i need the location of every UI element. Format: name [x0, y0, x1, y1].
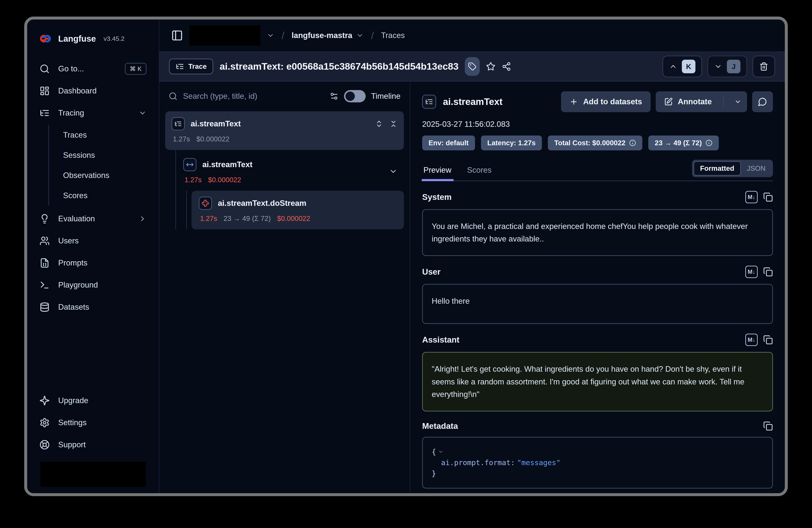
sidebar-item-traces[interactable]: Traces — [49, 125, 151, 145]
tab-preview[interactable]: Preview — [422, 166, 453, 181]
tree-node-root[interactable]: ai.streamText 1.27s $0.000022 — [165, 111, 404, 150]
markdown-toggle-icon[interactable]: M↓ — [745, 266, 758, 278]
sidebar-item-upgrade[interactable]: Upgrade — [34, 389, 151, 412]
markdown-toggle-icon[interactable]: M↓ — [745, 334, 758, 346]
tree-node-dostream[interactable]: ai.streamText.doStream 1.27s 23 → 49 (Σ … — [191, 191, 404, 229]
chevron-down-icon[interactable] — [389, 167, 397, 176]
list-tree-icon — [425, 98, 433, 106]
copy-icon — [763, 335, 773, 345]
sidebar-item-sessions[interactable]: Sessions — [49, 145, 151, 165]
sidebar-item-scores[interactable]: Scores — [49, 185, 151, 205]
trace-node-badge — [172, 117, 185, 130]
settings-label: Settings — [58, 418, 87, 427]
json-toggle-option[interactable]: JSON — [741, 162, 771, 175]
playground-label: Playground — [58, 281, 98, 289]
sidebar-item-evaluation[interactable]: Evaluation — [34, 208, 151, 230]
json-collapse-icon[interactable] — [438, 449, 444, 455]
move-horizontal-icon — [186, 161, 194, 168]
life-buoy-icon — [40, 440, 50, 450]
users-icon — [40, 236, 50, 246]
copy-button[interactable] — [763, 192, 773, 202]
timeline-toggle[interactable] — [344, 90, 366, 102]
detail-actions: Add to datasets Annotate — [561, 91, 773, 112]
sidebar-toggle-icon[interactable] — [171, 29, 183, 41]
annotate-main[interactable]: Annotate — [656, 91, 718, 112]
star-button[interactable] — [486, 62, 495, 71]
comment-bubble-icon — [758, 97, 767, 106]
collapse-all-icon[interactable] — [389, 120, 397, 128]
sidebar-item-prompts[interactable]: Prompts — [34, 252, 151, 274]
info-icon[interactable] — [706, 140, 712, 146]
toggle-knob — [346, 91, 355, 101]
tag-icon — [468, 62, 477, 71]
sidebar-footer: Upgrade Settings Support — [27, 387, 159, 493]
dashboard-label: Dashboard — [58, 86, 97, 95]
sidebar-item-tracing[interactable]: Tracing — [34, 102, 151, 124]
kbd-j-chip: J — [727, 60, 740, 73]
sidebar-item-playground[interactable]: Playground — [34, 274, 151, 296]
user-section: User M↓ Hello there — [422, 266, 773, 324]
breadcrumb-project[interactable]: langfuse-mastra — [292, 31, 364, 40]
sidebar-item-datasets[interactable]: Datasets — [34, 296, 151, 318]
share-button[interactable] — [502, 62, 511, 71]
tab-scores[interactable]: Scores — [466, 166, 493, 181]
tree-node-streamtext[interactable]: ai.streamText 1.27s $0.000022 — [176, 152, 404, 191]
observation-tree-panel: Search (type, title, id) Timeline ai.str… — [159, 82, 410, 493]
prev-trace-button[interactable]: K — [663, 56, 702, 77]
json-key: ai.prompt.format: — [432, 457, 515, 468]
tracing-sub-list: Traces Sessions Observations Scores — [48, 125, 151, 205]
annotate-dropdown[interactable] — [729, 91, 747, 112]
breadcrumb-separator: / — [370, 30, 375, 41]
redacted-org-name[interactable] — [189, 25, 260, 46]
trace-badge-label: Trace — [188, 62, 207, 71]
tag-button[interactable] — [465, 57, 480, 76]
node-cost: $0.000022 — [197, 135, 230, 143]
sidebar-item-dashboard[interactable]: Dashboard — [34, 80, 151, 102]
chevron-down-icon[interactable] — [267, 32, 274, 39]
breadcrumb-separator: / — [281, 30, 285, 41]
tree-node-title: ai.streamText.doStream — [218, 199, 397, 208]
node-latency: 1.27s — [200, 215, 217, 223]
copy-button[interactable] — [763, 267, 773, 277]
add-to-datasets-button[interactable]: Add to datasets — [561, 91, 651, 112]
main-area: / langfuse-mastra / Traces Trace ai.stre… — [159, 19, 785, 493]
metadata-json: { ai.prompt.format: "messages" } — [422, 437, 773, 488]
info-icon[interactable] — [629, 140, 636, 146]
annotate-button[interactable]: Annotate — [656, 91, 747, 112]
comment-button[interactable] — [752, 91, 773, 112]
plus-icon — [569, 98, 578, 106]
markdown-toggle-icon[interactable]: M↓ — [745, 191, 758, 203]
copy-button[interactable] — [763, 335, 773, 345]
delete-trace-button[interactable] — [753, 56, 775, 77]
terminal-icon — [40, 280, 50, 290]
langfuse-logo-icon — [39, 32, 52, 45]
users-label: Users — [58, 237, 79, 245]
chevron-right-icon — [139, 215, 146, 223]
cost-badge-label: Total Cost: $0.000022 — [554, 139, 625, 147]
format-toggle: Formatted JSON — [692, 160, 773, 177]
sidebar-item-settings[interactable]: Settings — [34, 412, 151, 434]
upgrade-label: Upgrade — [58, 396, 88, 405]
system-section: System M↓ You are Michel, a practical an… — [422, 191, 773, 256]
tree-search-input[interactable]: Search (type, title, id) — [183, 92, 324, 101]
gear-icon — [40, 417, 50, 428]
detail-tabs: Preview Scores Formatted JSON — [422, 160, 773, 181]
annotate-label: Annotate — [678, 97, 712, 106]
sidebar-item-goto[interactable]: Go to... ⌘ K — [34, 58, 151, 80]
sidebar-item-observations[interactable]: Observations — [49, 165, 151, 185]
next-trace-button[interactable]: J — [708, 56, 747, 77]
node-tokens: 23 → 49 (Σ 72) — [223, 215, 271, 223]
tracing-label: Tracing — [58, 109, 84, 117]
copy-button[interactable] — [763, 421, 773, 431]
logo-row: Langfuse v3.45.2 — [27, 19, 159, 55]
kbd-k-chip: K — [682, 60, 695, 73]
cost-badge: Total Cost: $0.000022 — [548, 135, 642, 151]
expand-all-icon[interactable] — [375, 120, 383, 128]
formatted-toggle-option[interactable]: Formatted — [694, 161, 741, 176]
sidebar-item-users[interactable]: Users — [34, 230, 151, 252]
node-latency: 1.27s — [173, 135, 190, 143]
sidebar-item-support[interactable]: Support — [34, 434, 151, 456]
button-divider — [723, 96, 724, 108]
filter-settings-icon[interactable] — [330, 92, 338, 101]
goto-kbd: ⌘ K — [125, 63, 146, 75]
